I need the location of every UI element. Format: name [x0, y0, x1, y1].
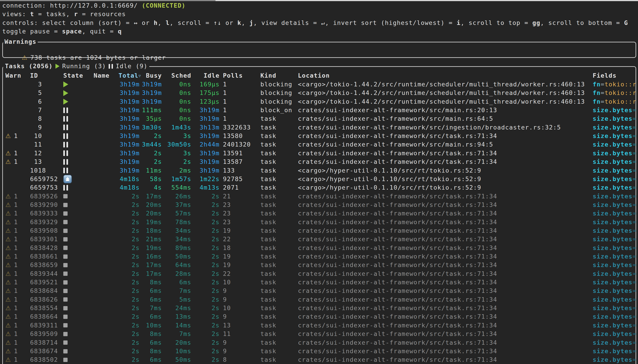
task-id: 6659753 [30, 183, 59, 192]
idle-duration: 2s [199, 218, 220, 226]
task-fields: size.bytes= [593, 235, 638, 244]
column-header-warn[interactable]: Warn [6, 71, 29, 80]
warn-count: 1 [14, 338, 18, 347]
state-cell [63, 158, 92, 166]
task-row[interactable]: 93h19m3m30s1m43s3h13m3322633taskcrates/s… [0, 123, 638, 132]
total-duration: 3h19m [118, 132, 140, 140]
total-duration: 2s [118, 312, 140, 321]
task-row[interactable]: 73h19m111ms0ns3h19m1block_oncrates/sui-i… [0, 106, 638, 114]
stopped-icon [63, 280, 68, 284]
task-row[interactable]: 66597524m18s58s1m57s1m22s92785task<cargo… [0, 175, 638, 183]
task-fields: size.bytes= [593, 209, 638, 218]
warning-icon: ⚠ [6, 313, 11, 320]
total-duration: 2s [118, 209, 140, 218]
task-row[interactable]: ⚠168386842s6ms7ms2s9taskcrates/sui-index… [0, 286, 638, 295]
warn-count: 1 [14, 278, 18, 286]
column-header-total[interactable]: Total▽ [118, 71, 140, 80]
column-header-id[interactable]: ID [30, 71, 59, 80]
task-row[interactable]: ⚠168387142s6ms20ms2s9taskcrates/sui-inde… [0, 338, 638, 347]
state-cell [63, 123, 92, 132]
column-header-fields[interactable]: Fields [593, 71, 638, 80]
state-cell [63, 106, 92, 114]
column-header-kind[interactable]: Kind [260, 71, 295, 80]
task-row[interactable]: ⚠168386262s6ms5ms2s9taskcrates/sui-index… [0, 295, 638, 304]
column-header-name[interactable]: Name [94, 71, 113, 80]
warning-icon: ⚠ [6, 348, 11, 354]
task-row[interactable]: 63h19m3h19m0ns123µs1blocking<cargo>/toki… [0, 98, 638, 106]
task-row[interactable]: ⚠168385022s6ms50ms2s8taskcrates/sui-inde… [0, 356, 638, 364]
task-location: crates/sui-indexer-alt-framework/src/tas… [298, 356, 593, 364]
column-header-idle[interactable]: Idle [199, 71, 220, 80]
task-row[interactable]: ⚠168392902s20ms37ms2s23taskcrates/sui-in… [0, 201, 638, 209]
task-location: crates/sui-indexer-alt-framework/src/tas… [298, 338, 593, 347]
warn-cell [6, 80, 29, 89]
task-row[interactable]: ⚠168386592s17ms64ms2s19taskcrates/sui-in… [0, 261, 638, 269]
sched-duration: 1m57s [162, 175, 191, 183]
task-location: crates/sui-indexer-alt-framework/src/tas… [298, 347, 593, 356]
task-row[interactable]: 66597534m18s4s554ms4m13s2071task<cargo>/… [0, 183, 638, 192]
sched-duration: 34ms [162, 235, 191, 244]
task-row[interactable]: ⚠168386742s8ms10ms2s9taskcrates/sui-inde… [0, 347, 638, 356]
task-location: crates/sui-indexer-alt-framework/src/tas… [298, 149, 593, 158]
task-row[interactable]: 83h19m35µs0ns3h19m1taskcrates/sui-indexe… [0, 114, 638, 123]
task-row[interactable]: ⚠1 133h19m2s2s3h19m13587taskcrates/sui-i… [0, 158, 638, 166]
task-row[interactable]: ⚠168393012s21ms34ms2s22taskcrates/sui-in… [0, 235, 638, 244]
idle-duration: 3h19m [199, 158, 220, 166]
task-row[interactable]: 33h19m3h19m0ns169µs1blocking<cargo>/toki… [0, 80, 638, 89]
task-row[interactable]: ⚠168395092s8ms7ms2s11taskcrates/sui-inde… [0, 330, 638, 338]
idle-duration: 2s [199, 347, 220, 356]
task-fields: size.bytes= [593, 123, 638, 132]
task-kind: block_on [260, 106, 295, 114]
pause-icon [63, 133, 68, 139]
polls-count: 1 [223, 114, 259, 123]
task-row[interactable]: ⚠168384282s19ms89ms2s18taskcrates/sui-in… [0, 244, 638, 252]
task-row[interactable]: 10183h19m11ms2ms3h19m133task<cargo>/hype… [0, 166, 638, 175]
task-row[interactable]: ⚠168393112s10ms14ms2s13taskcrates/sui-in… [0, 321, 638, 330]
task-fields: size.bytes= [593, 347, 638, 356]
pause-icon [109, 64, 113, 69]
task-row[interactable]: ⚠168395212s8ms6ms2s10taskcrates/sui-inde… [0, 278, 638, 286]
warning-icon: ⚠ [6, 287, 11, 294]
task-location: crates/sui-indexer-alt-framework/src/tas… [298, 312, 593, 321]
task-row[interactable]: ⚠168393332s20ms57ms2s23taskcrates/sui-in… [0, 209, 638, 218]
idle-duration: 3h19m [199, 132, 220, 140]
tasks-panel-title: Tasks (2056) Running (3) Idle (9) [3, 62, 149, 70]
task-location: crates/sui-indexer-alt-framework/src/ing… [298, 123, 593, 132]
sched-duration: 57ms [162, 209, 191, 218]
task-row[interactable]: ⚠168393292s19ms78ms2s23taskcrates/sui-in… [0, 218, 638, 226]
task-fields: size.bytes= [593, 261, 638, 269]
warn-cell: ⚠1 [6, 321, 29, 330]
stopped-icon [63, 315, 68, 319]
polls-count: 9 [223, 347, 259, 356]
column-header-busy[interactable]: Busy [140, 71, 162, 80]
idle-duration: 3h19m [199, 166, 220, 175]
task-kind: task [260, 252, 295, 261]
task-location: crates/sui-indexer-alt-framework/src/tas… [298, 158, 593, 166]
task-location: crates/sui-indexer-alt-framework/src/tas… [298, 252, 593, 261]
task-row[interactable]: ⚠168393442s17ms28ms2s22taskcrates/sui-in… [0, 270, 638, 278]
task-row[interactable]: ⚠168395262s17ms26ms2s21taskcrates/sui-in… [0, 192, 638, 201]
column-header-polls[interactable]: Polls [223, 71, 259, 80]
task-kind: task [260, 132, 295, 140]
task-location: <cargo>/tokio-1.44.2/src/runtime/schedul… [298, 98, 593, 106]
warn-cell: ⚠1 [6, 261, 29, 269]
column-header-state[interactable]: State [63, 71, 92, 80]
total-duration: 3h19m [118, 80, 140, 89]
task-row[interactable]: ⚠168386612s16ms50ms2s19taskcrates/sui-in… [0, 252, 638, 261]
column-header-location[interactable]: Location [298, 71, 593, 80]
sched-duration: 30m50s [162, 140, 191, 149]
busy-duration: 111ms [140, 106, 162, 114]
task-row[interactable]: ⚠1 123h19m2s3s3h19m13591taskcrates/sui-i… [0, 149, 638, 158]
task-row[interactable]: 53h19m3h19m0ns175µs1blocking<cargo>/toki… [0, 89, 638, 97]
task-row[interactable]: ⚠168395082s18ms34ms2s19taskcrates/sui-in… [0, 226, 638, 235]
polls-count: 13591 [223, 149, 259, 158]
task-location: crates/sui-indexer-alt-framework/src/tas… [298, 321, 593, 330]
warn-cell: ⚠1 [6, 252, 29, 261]
state-cell [63, 166, 92, 175]
task-row[interactable]: ⚠1 103h19m2s3s3h19m13580taskcrates/sui-i… [0, 132, 638, 140]
task-row[interactable]: 113h19m3m44s30m50s2h44m2401320taskcrates… [0, 140, 638, 149]
task-row[interactable]: ⚠168385542s7ms24ms2s10taskcrates/sui-ind… [0, 304, 638, 312]
task-row[interactable]: ⚠168386642s6ms13ms2s9taskcrates/sui-inde… [0, 312, 638, 321]
task-id: 6838674 [30, 347, 59, 356]
column-header-sched[interactable]: Sched [162, 71, 191, 80]
